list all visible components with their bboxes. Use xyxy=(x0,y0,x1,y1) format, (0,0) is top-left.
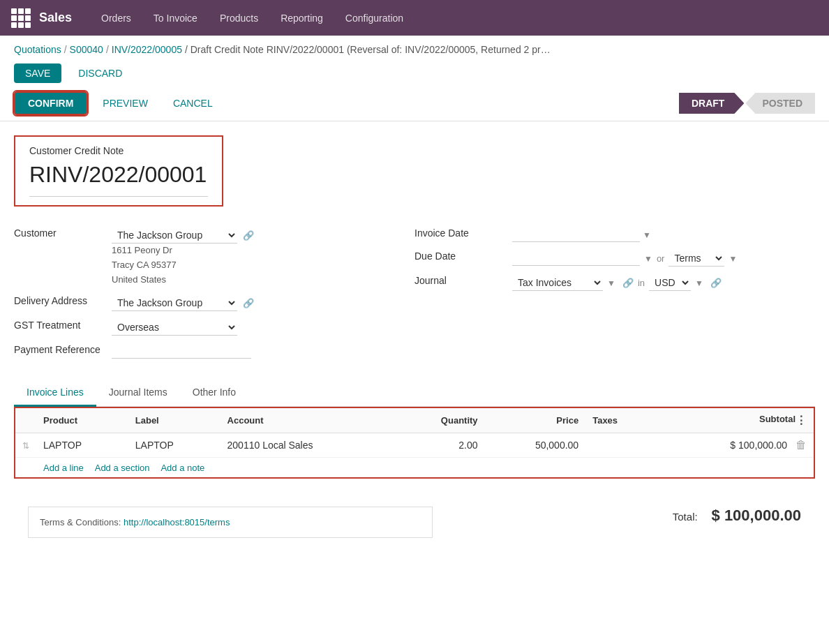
terms-link[interactable]: http://localhost:8015/terms xyxy=(124,517,230,527)
col-sort-header xyxy=(15,407,36,433)
nav-products[interactable]: Products xyxy=(210,0,268,36)
save-button[interactable]: SAVE xyxy=(14,63,61,83)
journal-label: Journal xyxy=(414,275,512,286)
status-draft-badge: DRAFT xyxy=(679,93,744,114)
breadcrumb-s00040[interactable]: S00040 xyxy=(70,44,103,55)
tabs: Invoice Lines Journal Items Other Info xyxy=(14,380,815,407)
col-price-header: Price xyxy=(485,407,586,433)
breadcrumb-inv[interactable]: INV/2022/00005 xyxy=(112,44,182,55)
row-product[interactable]: LAPTOP xyxy=(36,433,128,458)
invoice-date-dropdown-icon[interactable]: ▼ xyxy=(643,230,651,240)
terms-dropdown-icon[interactable]: ▼ xyxy=(729,254,737,264)
gst-label: GST Treatment xyxy=(14,320,112,331)
invoice-date-label: Invoice Date xyxy=(414,227,512,239)
toolbar: SAVE DISCARD xyxy=(0,58,829,89)
breadcrumb-current: / Draft Credit Note RINV/2022/00001 (Rev… xyxy=(185,44,551,55)
form-area: Customer Credit Note RINV/2022/00001 Cus… xyxy=(0,121,829,566)
due-date-label: Due Date xyxy=(414,250,512,262)
due-date-dropdown-icon[interactable]: ▼ xyxy=(644,254,652,264)
payment-ref-input[interactable] xyxy=(112,344,251,359)
invoice-number: RINV/2022/00001 xyxy=(29,162,208,188)
due-date-input[interactable]: 02/15/2022 xyxy=(512,251,640,266)
delivery-select[interactable]: The Jackson Group xyxy=(112,295,237,311)
add-note-link[interactable]: Add a note xyxy=(160,463,204,473)
app-grid-icon[interactable] xyxy=(11,8,31,28)
delivery-external-link-icon[interactable]: 🔗 xyxy=(243,298,254,308)
fields-grid: Customer The Jackson Group 🔗 1611 Peony … xyxy=(14,223,815,363)
row-sort-handle[interactable]: ⇅ xyxy=(15,433,36,458)
discard-button[interactable]: DISCARD xyxy=(67,63,133,83)
tab-journal-items[interactable]: Journal Items xyxy=(96,380,180,407)
addr-line1: 1611 Peony Dr xyxy=(112,244,414,258)
terms-label: Terms & Conditions: xyxy=(40,517,121,527)
row-subtotal: $ 100,000.00 🗑 xyxy=(654,433,814,458)
total-value: $ 100,000.00 xyxy=(712,507,801,524)
tab-invoice-lines[interactable]: Invoice Lines xyxy=(14,380,96,407)
terms-box: Terms & Conditions: http://localhost:801… xyxy=(28,507,433,538)
customer-label: Customer xyxy=(14,227,112,239)
row-quantity[interactable]: 2.00 xyxy=(396,433,485,458)
add-section-link[interactable]: Add a section xyxy=(95,463,150,473)
journal-external-link-icon[interactable]: 🔗 xyxy=(622,278,634,288)
col-quantity-header: Quantity xyxy=(396,407,485,433)
currency-dropdown-icon[interactable]: ▼ xyxy=(695,278,703,288)
breadcrumb: Quotations / S00040 / INV/2022/00005 / D… xyxy=(0,36,829,58)
invoice-lines-table: Product Label Account Quantity Price Tax… xyxy=(14,407,815,479)
total-section: Total: $ 100,000.00 xyxy=(673,507,801,525)
add-line-row: Add a line Add a section Add a note xyxy=(15,458,814,479)
brand-name[interactable]: Sales xyxy=(39,10,72,25)
terms-select[interactable]: Terms xyxy=(669,250,724,267)
row-price[interactable]: 50,000.00 xyxy=(485,433,586,458)
gst-select[interactable]: Overseas xyxy=(112,320,237,336)
nav-to-invoice[interactable]: To Invoice xyxy=(144,0,207,36)
payment-ref-field-row: Payment Reference xyxy=(14,340,414,363)
confirm-button[interactable]: CONFIRM xyxy=(14,91,87,115)
delivery-value: The Jackson Group 🔗 xyxy=(112,295,414,311)
right-fields: Invoice Date 02/15/2022 ▼ Due Date 02/15… xyxy=(414,223,815,363)
top-navigation: Sales Orders To Invoice Products Reporti… xyxy=(0,0,829,36)
status-area: DRAFT POSTED xyxy=(679,93,815,114)
footer-area: Terms & Conditions: http://localhost:801… xyxy=(14,493,815,552)
breadcrumb-quotations[interactable]: Quotations xyxy=(14,44,61,55)
journal-select[interactable]: Tax Invoices xyxy=(512,275,603,291)
row-label[interactable]: LAPTOP xyxy=(128,433,221,458)
payment-ref-label: Payment Reference xyxy=(14,344,112,355)
table-row: ⇅ LAPTOP LAPTOP 200110 Local Sales 2.00 … xyxy=(15,433,814,458)
add-line-link[interactable]: Add a line xyxy=(43,463,84,473)
gst-field-row: GST Treatment Overseas xyxy=(14,315,414,340)
col-label-header: Label xyxy=(128,407,221,433)
addr-line3: United States xyxy=(112,273,414,287)
col-product-header: Product xyxy=(36,407,128,433)
nav-configuration[interactable]: Configuration xyxy=(336,0,413,36)
invoice-date-field-row: Invoice Date 02/15/2022 ▼ xyxy=(414,223,815,246)
tab-other-info[interactable]: Other Info xyxy=(180,380,248,407)
row-taxes[interactable] xyxy=(585,433,654,458)
preview-button[interactable]: PREVIEW xyxy=(93,93,158,114)
col-subtotal-header: Subtotal ⋮ xyxy=(654,407,814,433)
currency-select[interactable]: USD xyxy=(649,275,691,291)
cancel-button[interactable]: CANCEL xyxy=(163,93,223,114)
invoice-date-input[interactable]: 02/15/2022 xyxy=(512,227,640,242)
customer-select[interactable]: The Jackson Group xyxy=(112,227,237,244)
col-menu-icon[interactable]: ⋮ xyxy=(796,414,807,427)
due-date-field-row: Due Date 02/15/2022 ▼ or Terms ▼ xyxy=(414,246,815,271)
journal-dropdown-icon[interactable]: ▼ xyxy=(607,278,615,288)
row-delete-icon[interactable]: 🗑 xyxy=(796,439,807,451)
nav-orders[interactable]: Orders xyxy=(91,0,141,36)
invoice-type-label: Customer Credit Note xyxy=(29,145,208,156)
customer-value: The Jackson Group 🔗 1611 Peony Dr Tracy … xyxy=(112,227,414,287)
customer-address: 1611 Peony Dr Tracy CA 95377 United Stat… xyxy=(112,244,414,287)
or-text: or xyxy=(657,253,665,264)
journal-field-row: Journal Tax Invoices ▼ 🔗 in USD xyxy=(414,271,815,295)
nav-reporting[interactable]: Reporting xyxy=(271,0,333,36)
status-posted-badge: POSTED xyxy=(745,93,815,114)
currency-external-link-icon[interactable]: 🔗 xyxy=(710,278,722,288)
left-fields: Customer The Jackson Group 🔗 1611 Peony … xyxy=(14,223,414,363)
delivery-label: Delivery Address xyxy=(14,295,112,306)
invoice-header-box: Customer Credit Note RINV/2022/00001 xyxy=(14,135,223,207)
row-account[interactable]: 200110 Local Sales xyxy=(221,433,396,458)
customer-field-row: Customer The Jackson Group 🔗 1611 Peony … xyxy=(14,223,414,291)
delivery-field-row: Delivery Address The Jackson Group 🔗 xyxy=(14,291,414,315)
customer-external-link-icon[interactable]: 🔗 xyxy=(243,230,254,241)
journal-in-text: in xyxy=(638,278,645,288)
